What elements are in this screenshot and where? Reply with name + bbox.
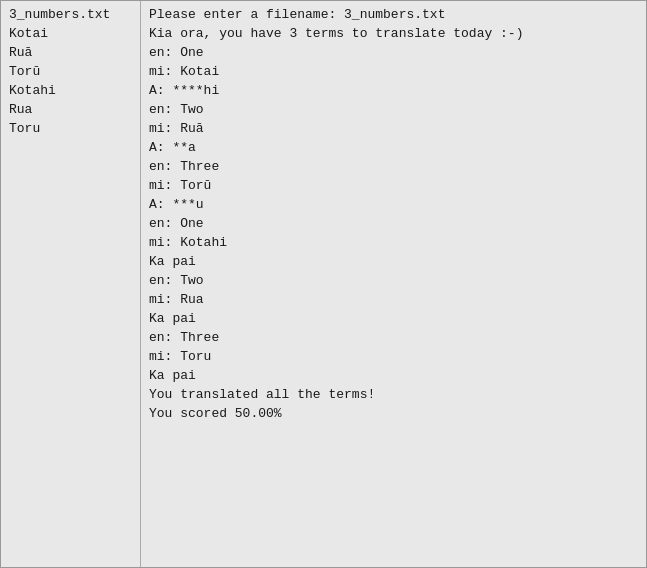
right-line-0: Please enter a filename: 3_numbers.txt	[149, 5, 638, 24]
left-item-0: 3_numbers.txt	[9, 5, 132, 24]
left-item-3: Torū	[9, 62, 132, 81]
right-line-6: mi: Ruā	[149, 119, 638, 138]
main-container: 3_numbers.txtKotaiRuāTorūKotahiRuaToru P…	[0, 0, 647, 568]
left-item-4: Kotahi	[9, 81, 132, 100]
right-line-8: en: Three	[149, 157, 638, 176]
right-line-19: Ka pai	[149, 366, 638, 385]
left-item-1: Kotai	[9, 24, 132, 43]
right-line-18: mi: Toru	[149, 347, 638, 366]
right-line-13: Ka pai	[149, 252, 638, 271]
right-line-3: mi: Kotai	[149, 62, 638, 81]
left-item-5: Rua	[9, 100, 132, 119]
right-line-16: Ka pai	[149, 309, 638, 328]
right-line-7: A: **a	[149, 138, 638, 157]
right-line-21: You scored 50.00%	[149, 404, 638, 423]
right-line-15: mi: Rua	[149, 290, 638, 309]
right-line-4: A: ****hi	[149, 81, 638, 100]
right-panel: Please enter a filename: 3_numbers.txtKi…	[141, 1, 646, 567]
right-line-20: You translated all the terms!	[149, 385, 638, 404]
left-item-2: Ruā	[9, 43, 132, 62]
left-item-6: Toru	[9, 119, 132, 138]
right-line-11: en: One	[149, 214, 638, 233]
right-line-14: en: Two	[149, 271, 638, 290]
right-line-17: en: Three	[149, 328, 638, 347]
right-line-10: A: ***u	[149, 195, 638, 214]
right-line-5: en: Two	[149, 100, 638, 119]
right-line-2: en: One	[149, 43, 638, 62]
right-line-9: mi: Torū	[149, 176, 638, 195]
right-line-12: mi: Kotahi	[149, 233, 638, 252]
left-panel: 3_numbers.txtKotaiRuāTorūKotahiRuaToru	[1, 1, 141, 567]
right-line-1: Kia ora, you have 3 terms to translate t…	[149, 24, 638, 43]
